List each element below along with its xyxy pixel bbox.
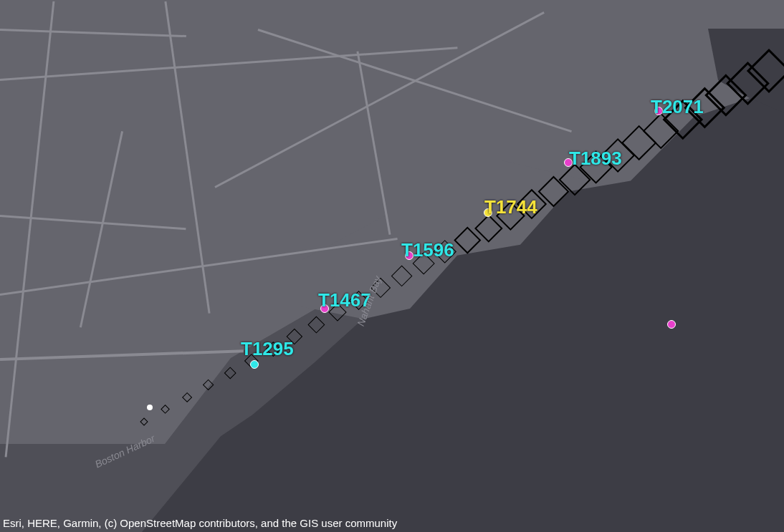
- track-label-T1295: T1295: [241, 338, 294, 360]
- point-marker: [667, 320, 676, 329]
- track-label-T1596: T1596: [401, 239, 454, 261]
- track-label-T1893: T1893: [569, 147, 622, 170]
- point-marker: [147, 405, 153, 410]
- point-marker: [250, 360, 259, 369]
- attribution-text: Esri, HERE, Garmin, (c) OpenStreetMap co…: [3, 517, 397, 529]
- diamond-marker: [307, 316, 325, 333]
- track-label-T2071: T2071: [651, 96, 704, 118]
- track-label-T1744: T1744: [484, 196, 537, 218]
- map-viewport[interactable]: T1295T1467T1596T1744T1893T2071 Nahant Ba…: [0, 0, 784, 532]
- diamond-marker: [224, 367, 236, 379]
